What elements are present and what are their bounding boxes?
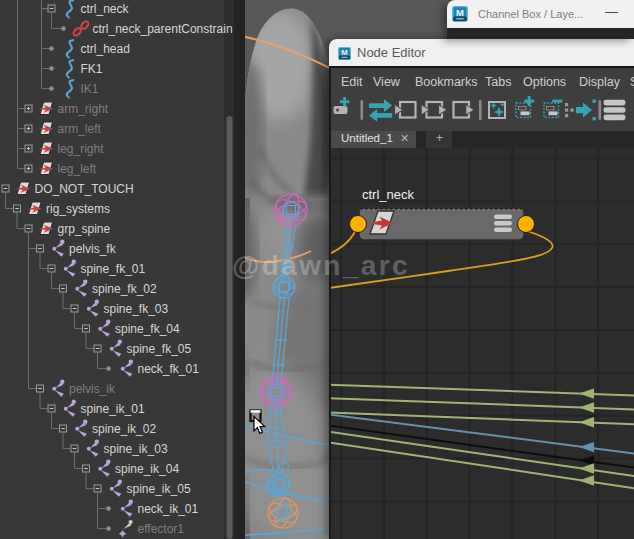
svg-text:spine_ik_01: spine_ik_01 (81, 402, 145, 416)
svg-text:DO_NOT_TOUCH: DO_NOT_TOUCH (35, 182, 134, 196)
svg-text:spine_fk_05: spine_fk_05 (127, 342, 192, 356)
svg-text:ctrl_head: ctrl_head (81, 42, 130, 56)
svg-text:leg_right: leg_right (58, 142, 105, 156)
svg-text:FK1: FK1 (81, 62, 103, 76)
svg-text:effector1: effector1 (138, 522, 185, 536)
svg-text:leg_left: leg_left (58, 162, 97, 176)
svg-text:pelvis_fk: pelvis_fk (69, 242, 117, 256)
svg-text:rig_systems: rig_systems (46, 202, 110, 216)
svg-text:IK1: IK1 (81, 82, 99, 96)
svg-text:pelvis_ik: pelvis_ik (69, 382, 116, 396)
svg-text:spine_ik_03: spine_ik_03 (104, 442, 168, 456)
svg-text:spine_fk_03: spine_fk_03 (104, 302, 169, 316)
svg-text:M: M (341, 48, 347, 57)
svg-text:M: M (456, 7, 464, 18)
svg-text:arm_right: arm_right (58, 102, 109, 116)
svg-text:ctrl_neck_parentConstrain: ctrl_neck_parentConstrain (93, 22, 233, 36)
svg-text:ctrl_neck: ctrl_neck (81, 2, 130, 16)
svg-text:spine_ik_05: spine_ik_05 (127, 482, 191, 496)
svg-text:spine_fk_01: spine_fk_01 (81, 262, 146, 276)
svg-text:grp_spine: grp_spine (58, 222, 111, 236)
svg-text:spine_ik_04: spine_ik_04 (115, 462, 179, 476)
svg-text:arm_left: arm_left (58, 122, 102, 136)
svg-text:ctrl_neck: ctrl_neck (362, 187, 415, 202)
svg-text:neck_ik_01: neck_ik_01 (138, 502, 199, 516)
svg-text:neck_fk_01: neck_fk_01 (138, 362, 200, 376)
svg-text:spine_fk_04: spine_fk_04 (115, 322, 180, 336)
svg-text:spine_fk_02: spine_fk_02 (92, 282, 157, 296)
svg-text:spine_ik_02: spine_ik_02 (92, 422, 156, 436)
